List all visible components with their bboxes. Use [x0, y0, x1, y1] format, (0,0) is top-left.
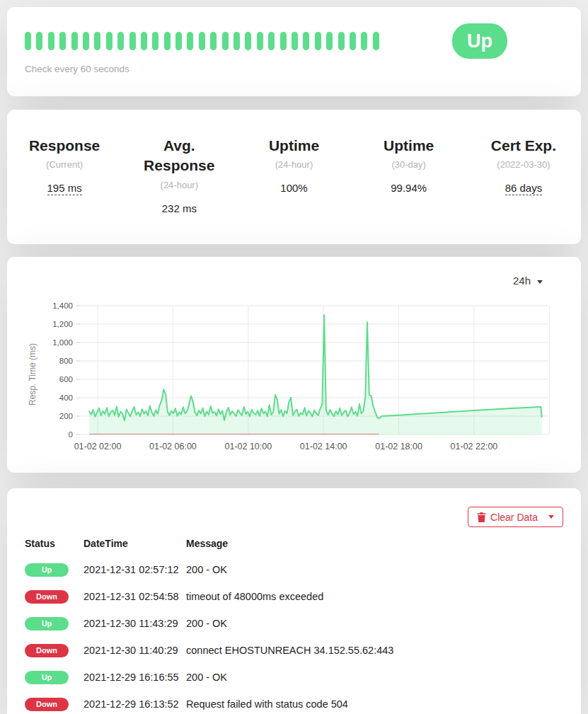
table-row-message: 200 - OK	[186, 556, 563, 583]
heartbeat-bar[interactable]	[245, 32, 251, 50]
heartbeat-bar[interactable]	[71, 32, 78, 50]
y-tick-label: 1,200	[52, 320, 73, 328]
clear-data-button[interactable]: Clear Data	[468, 507, 563, 527]
events-header-message: Message	[186, 538, 563, 556]
heartbeat-bar[interactable]	[59, 32, 66, 50]
heartbeat-bar[interactable]	[373, 32, 379, 50]
heartbeat-bar[interactable]	[292, 32, 298, 50]
x-tick-label: 01-02 06:00	[149, 442, 197, 451]
y-tick-label: 600	[59, 375, 73, 384]
heartbeat-bar[interactable]	[350, 32, 356, 50]
heartbeat-bar[interactable]	[315, 32, 321, 50]
trash-icon	[477, 512, 486, 522]
heartbeat-bar[interactable]	[117, 32, 124, 50]
stat-subtitle: (30-day)	[357, 159, 461, 170]
heartbeat-bar[interactable]	[106, 32, 113, 50]
y-tick-label: 0	[69, 430, 73, 439]
heartbeat-bar[interactable]	[257, 32, 263, 50]
table-row-message: 200 - OK	[186, 664, 563, 691]
table-row-status: Up	[25, 610, 83, 637]
table-row-message: Request failed with status code 504	[186, 691, 563, 714]
stat-value: 195 ms	[13, 182, 116, 194]
status-badge: Down	[25, 698, 69, 711]
stat-subtitle: (2022-03-30)	[472, 159, 575, 170]
heartbeat-bar[interactable]	[129, 32, 136, 50]
heartbeat-bar[interactable]	[210, 32, 217, 50]
x-tick-label: 01-02 14:00	[300, 442, 347, 451]
y-tick-label: 800	[59, 357, 73, 365]
heartbeat-bar[interactable]	[48, 32, 54, 50]
y-axis-title: Resp. Time (ms)	[28, 343, 38, 405]
heartbeat-bar[interactable]	[152, 32, 158, 50]
heartbeat-bar[interactable]	[141, 32, 147, 50]
status-badge: Down	[25, 644, 69, 657]
stat-title: Avg. Response	[127, 136, 231, 176]
table-row-status: Down	[25, 691, 83, 714]
events-card: Clear Data StatusDateTimeMessageUp2021-1…	[7, 488, 581, 714]
chevron-down-icon	[548, 515, 554, 519]
stat-col-0: Response(Current)195 ms	[7, 136, 122, 244]
table-row-status: Down	[25, 583, 83, 610]
heartbeat-bar[interactable]	[164, 32, 171, 50]
heartbeat-bar[interactable]	[268, 32, 275, 50]
events-table: StatusDateTimeMessageUp2021-12-31 02:57:…	[25, 538, 563, 714]
heartbeat-bar[interactable]	[36, 32, 42, 50]
stat-value: 99.94%	[357, 182, 461, 194]
heartbeat-bar[interactable]	[94, 32, 100, 50]
heartbeat-bar[interactable]	[175, 32, 182, 50]
table-row-message: 200 - OK	[186, 610, 563, 637]
stat-value: 100%	[242, 182, 345, 194]
x-tick-label: 01-02 10:00	[224, 442, 272, 451]
y-tick-label: 1,000	[52, 338, 73, 347]
heartbeat-bar[interactable]	[187, 32, 193, 50]
y-tick-label: 1,400	[52, 301, 73, 310]
stat-col-4: Cert Exp.(2022-03-30)86 days	[466, 136, 581, 244]
heartbeat-bar[interactable]	[303, 32, 309, 50]
check-interval-label: Check every 60 seconds	[25, 64, 563, 74]
chart-card: 24h 02004006008001,0001,2001,40001-02 02…	[7, 257, 581, 473]
y-tick-label: 400	[59, 393, 73, 402]
stat-title: Cert Exp.	[472, 136, 575, 156]
y-tick-label: 200	[59, 412, 73, 420]
x-tick-label: 01-02 22:00	[451, 442, 498, 451]
response-time-chart: 02004006008001,0001,2001,40001-02 02:000…	[21, 295, 574, 463]
table-row-status: Down	[25, 637, 83, 664]
heartbeat-bar[interactable]	[361, 32, 367, 50]
x-tick-label: 01-02 18:00	[375, 442, 422, 451]
status-badge: Up	[25, 671, 69, 684]
chart-period-dropdown[interactable]: 24h	[21, 275, 581, 289]
heartbeat-bar[interactable]	[326, 32, 333, 50]
stat-subtitle: (24-hour)	[242, 159, 345, 170]
status-badge: Up	[25, 617, 69, 630]
table-row-datetime: 2021-12-29 16:16:55	[83, 664, 186, 691]
stat-subtitle: (24-hour)	[127, 180, 231, 190]
x-tick-label: 01-02 02:00	[74, 442, 122, 451]
chart-period-value: 24h	[513, 275, 531, 287]
monitor-status-card: Check every 60 seconds Up	[7, 7, 581, 96]
heartbeat-bar[interactable]	[338, 32, 345, 50]
stat-col-3: Uptime(30-day)99.94%	[352, 136, 466, 244]
table-row-datetime: 2021-12-31 02:57:12	[83, 556, 186, 583]
chevron-down-icon	[537, 280, 543, 284]
status-badge: Up	[452, 23, 507, 59]
table-row-status: Up	[25, 664, 83, 691]
heartbeat-bar[interactable]	[222, 32, 229, 50]
stat-subtitle: (Current)	[13, 159, 116, 170]
stat-title: Uptime	[242, 136, 345, 156]
heartbeat-bar[interactable]	[25, 32, 31, 50]
stat-value: 232 ms	[127, 202, 231, 214]
table-row-datetime: 2021-12-30 11:40:29	[83, 637, 186, 664]
events-header-datetime: DateTime	[83, 538, 186, 556]
heartbeat-bar[interactable]	[280, 32, 287, 50]
stat-title: Uptime	[357, 136, 461, 156]
table-row-datetime: 2021-12-30 11:43:29	[83, 610, 186, 637]
table-row-datetime: 2021-12-29 16:13:52	[83, 691, 186, 714]
clear-data-label: Clear Data	[490, 512, 538, 523]
heartbeat-bar[interactable]	[83, 32, 89, 50]
heartbeat-bar[interactable]	[234, 32, 240, 50]
table-row-message: timeout of 48000ms exceeded	[186, 583, 563, 610]
heartbeat-bar[interactable]	[199, 32, 205, 50]
stat-title: Response	[13, 136, 116, 156]
stats-card: Response(Current)195 msAvg. Response(24-…	[7, 110, 581, 244]
table-row-status: Up	[25, 556, 83, 583]
